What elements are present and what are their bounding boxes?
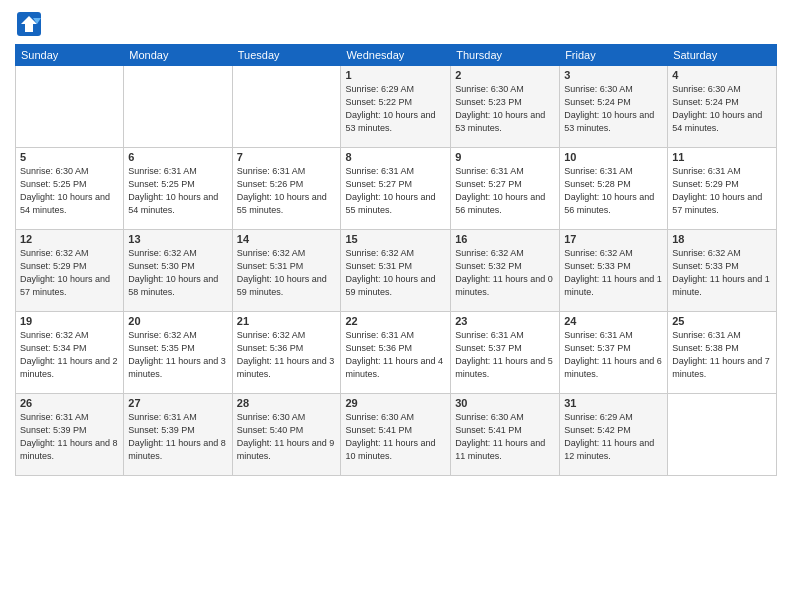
day-number: 17: [564, 233, 663, 245]
calendar-cell: 31Sunrise: 6:29 AM Sunset: 5:42 PM Dayli…: [560, 394, 668, 476]
calendar-cell: 21Sunrise: 6:32 AM Sunset: 5:36 PM Dayli…: [232, 312, 341, 394]
calendar-cell: 8Sunrise: 6:31 AM Sunset: 5:27 PM Daylig…: [341, 148, 451, 230]
day-number: 5: [20, 151, 119, 163]
calendar-cell: 24Sunrise: 6:31 AM Sunset: 5:37 PM Dayli…: [560, 312, 668, 394]
day-number: 16: [455, 233, 555, 245]
calendar-cell: 1Sunrise: 6:29 AM Sunset: 5:22 PM Daylig…: [341, 66, 451, 148]
day-number: 26: [20, 397, 119, 409]
calendar-week-row: 26Sunrise: 6:31 AM Sunset: 5:39 PM Dayli…: [16, 394, 777, 476]
day-info: Sunrise: 6:30 AM Sunset: 5:25 PM Dayligh…: [20, 165, 119, 217]
day-info: Sunrise: 6:31 AM Sunset: 5:37 PM Dayligh…: [455, 329, 555, 381]
day-info: Sunrise: 6:30 AM Sunset: 5:24 PM Dayligh…: [564, 83, 663, 135]
calendar-cell: 6Sunrise: 6:31 AM Sunset: 5:25 PM Daylig…: [124, 148, 232, 230]
day-info: Sunrise: 6:32 AM Sunset: 5:32 PM Dayligh…: [455, 247, 555, 299]
weekday-header-sunday: Sunday: [16, 45, 124, 66]
calendar-cell: 29Sunrise: 6:30 AM Sunset: 5:41 PM Dayli…: [341, 394, 451, 476]
day-info: Sunrise: 6:32 AM Sunset: 5:36 PM Dayligh…: [237, 329, 337, 381]
day-number: 22: [345, 315, 446, 327]
day-info: Sunrise: 6:32 AM Sunset: 5:34 PM Dayligh…: [20, 329, 119, 381]
calendar-cell: 9Sunrise: 6:31 AM Sunset: 5:27 PM Daylig…: [451, 148, 560, 230]
calendar-table: SundayMondayTuesdayWednesdayThursdayFrid…: [15, 44, 777, 476]
calendar-cell: 12Sunrise: 6:32 AM Sunset: 5:29 PM Dayli…: [16, 230, 124, 312]
day-info: Sunrise: 6:30 AM Sunset: 5:41 PM Dayligh…: [455, 411, 555, 463]
weekday-header-tuesday: Tuesday: [232, 45, 341, 66]
day-info: Sunrise: 6:32 AM Sunset: 5:30 PM Dayligh…: [128, 247, 227, 299]
day-number: 10: [564, 151, 663, 163]
day-info: Sunrise: 6:31 AM Sunset: 5:36 PM Dayligh…: [345, 329, 446, 381]
calendar-cell: 5Sunrise: 6:30 AM Sunset: 5:25 PM Daylig…: [16, 148, 124, 230]
day-number: 3: [564, 69, 663, 81]
calendar-cell: 14Sunrise: 6:32 AM Sunset: 5:31 PM Dayli…: [232, 230, 341, 312]
day-number: 29: [345, 397, 446, 409]
calendar-week-row: 5Sunrise: 6:30 AM Sunset: 5:25 PM Daylig…: [16, 148, 777, 230]
day-number: 1: [345, 69, 446, 81]
calendar-cell: 28Sunrise: 6:30 AM Sunset: 5:40 PM Dayli…: [232, 394, 341, 476]
day-info: Sunrise: 6:30 AM Sunset: 5:41 PM Dayligh…: [345, 411, 446, 463]
day-info: Sunrise: 6:30 AM Sunset: 5:24 PM Dayligh…: [672, 83, 772, 135]
calendar-cell: [124, 66, 232, 148]
calendar-cell: [668, 394, 777, 476]
calendar-week-row: 1Sunrise: 6:29 AM Sunset: 5:22 PM Daylig…: [16, 66, 777, 148]
day-info: Sunrise: 6:32 AM Sunset: 5:35 PM Dayligh…: [128, 329, 227, 381]
weekday-header-friday: Friday: [560, 45, 668, 66]
calendar-cell: 16Sunrise: 6:32 AM Sunset: 5:32 PM Dayli…: [451, 230, 560, 312]
day-number: 13: [128, 233, 227, 245]
calendar-cell: 3Sunrise: 6:30 AM Sunset: 5:24 PM Daylig…: [560, 66, 668, 148]
calendar-week-row: 19Sunrise: 6:32 AM Sunset: 5:34 PM Dayli…: [16, 312, 777, 394]
day-info: Sunrise: 6:29 AM Sunset: 5:22 PM Dayligh…: [345, 83, 446, 135]
day-number: 18: [672, 233, 772, 245]
day-number: 8: [345, 151, 446, 163]
calendar-week-row: 12Sunrise: 6:32 AM Sunset: 5:29 PM Dayli…: [16, 230, 777, 312]
day-info: Sunrise: 6:31 AM Sunset: 5:26 PM Dayligh…: [237, 165, 337, 217]
calendar-cell: 27Sunrise: 6:31 AM Sunset: 5:39 PM Dayli…: [124, 394, 232, 476]
calendar-cell: 20Sunrise: 6:32 AM Sunset: 5:35 PM Dayli…: [124, 312, 232, 394]
day-number: 23: [455, 315, 555, 327]
calendar-cell: 11Sunrise: 6:31 AM Sunset: 5:29 PM Dayli…: [668, 148, 777, 230]
calendar-cell: 25Sunrise: 6:31 AM Sunset: 5:38 PM Dayli…: [668, 312, 777, 394]
day-number: 4: [672, 69, 772, 81]
day-number: 21: [237, 315, 337, 327]
weekday-header-thursday: Thursday: [451, 45, 560, 66]
day-number: 28: [237, 397, 337, 409]
day-info: Sunrise: 6:31 AM Sunset: 5:28 PM Dayligh…: [564, 165, 663, 217]
day-number: 6: [128, 151, 227, 163]
day-info: Sunrise: 6:30 AM Sunset: 5:40 PM Dayligh…: [237, 411, 337, 463]
calendar-cell: 7Sunrise: 6:31 AM Sunset: 5:26 PM Daylig…: [232, 148, 341, 230]
calendar-cell: [16, 66, 124, 148]
calendar-cell: 18Sunrise: 6:32 AM Sunset: 5:33 PM Dayli…: [668, 230, 777, 312]
page-container: SundayMondayTuesdayWednesdayThursdayFrid…: [0, 0, 792, 612]
day-number: 27: [128, 397, 227, 409]
day-info: Sunrise: 6:31 AM Sunset: 5:27 PM Dayligh…: [455, 165, 555, 217]
calendar-cell: 13Sunrise: 6:32 AM Sunset: 5:30 PM Dayli…: [124, 230, 232, 312]
calendar-cell: 15Sunrise: 6:32 AM Sunset: 5:31 PM Dayli…: [341, 230, 451, 312]
day-info: Sunrise: 6:31 AM Sunset: 5:37 PM Dayligh…: [564, 329, 663, 381]
day-info: Sunrise: 6:30 AM Sunset: 5:23 PM Dayligh…: [455, 83, 555, 135]
day-number: 11: [672, 151, 772, 163]
day-number: 25: [672, 315, 772, 327]
day-number: 19: [20, 315, 119, 327]
day-number: 2: [455, 69, 555, 81]
day-info: Sunrise: 6:32 AM Sunset: 5:29 PM Dayligh…: [20, 247, 119, 299]
day-info: Sunrise: 6:31 AM Sunset: 5:39 PM Dayligh…: [128, 411, 227, 463]
day-number: 12: [20, 233, 119, 245]
day-number: 24: [564, 315, 663, 327]
day-number: 9: [455, 151, 555, 163]
day-number: 30: [455, 397, 555, 409]
calendar-cell: 19Sunrise: 6:32 AM Sunset: 5:34 PM Dayli…: [16, 312, 124, 394]
calendar-cell: 26Sunrise: 6:31 AM Sunset: 5:39 PM Dayli…: [16, 394, 124, 476]
calendar-cell: 17Sunrise: 6:32 AM Sunset: 5:33 PM Dayli…: [560, 230, 668, 312]
day-info: Sunrise: 6:31 AM Sunset: 5:38 PM Dayligh…: [672, 329, 772, 381]
logo-icon: [15, 10, 43, 38]
header: [15, 10, 777, 38]
day-info: Sunrise: 6:32 AM Sunset: 5:31 PM Dayligh…: [237, 247, 337, 299]
day-number: 20: [128, 315, 227, 327]
calendar-cell: [232, 66, 341, 148]
calendar-cell: 30Sunrise: 6:30 AM Sunset: 5:41 PM Dayli…: [451, 394, 560, 476]
day-info: Sunrise: 6:29 AM Sunset: 5:42 PM Dayligh…: [564, 411, 663, 463]
calendar-header-row: SundayMondayTuesdayWednesdayThursdayFrid…: [16, 45, 777, 66]
calendar-cell: 22Sunrise: 6:31 AM Sunset: 5:36 PM Dayli…: [341, 312, 451, 394]
day-number: 14: [237, 233, 337, 245]
day-info: Sunrise: 6:31 AM Sunset: 5:39 PM Dayligh…: [20, 411, 119, 463]
calendar-cell: 2Sunrise: 6:30 AM Sunset: 5:23 PM Daylig…: [451, 66, 560, 148]
weekday-header-wednesday: Wednesday: [341, 45, 451, 66]
